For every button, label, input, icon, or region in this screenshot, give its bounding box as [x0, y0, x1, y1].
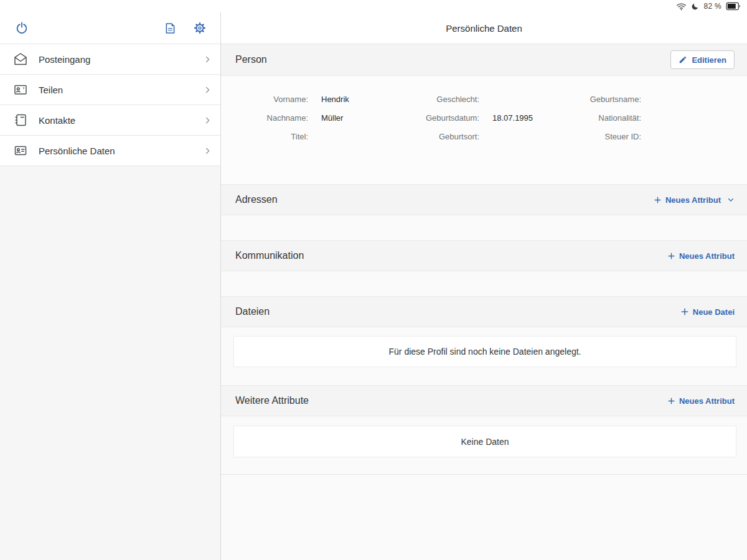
- sidebar-item-label: Posteingang: [39, 54, 193, 65]
- plus-icon: [667, 397, 675, 405]
- section-header-weitere-attribute: Weitere Attribute Neues Attribut: [221, 385, 747, 416]
- personal-data-card-icon: [13, 143, 28, 158]
- sidebar-item-label: Persönliche Daten: [39, 146, 193, 156]
- sidebar-item-label: Teilen: [39, 85, 193, 95]
- dateien-empty-message: Für diese Profil sind noch keine Dateien…: [389, 347, 581, 357]
- field-label: Geschlecht:: [392, 93, 479, 106]
- status-bar: 82 %: [0, 0, 747, 12]
- section-title: Adressen: [235, 194, 278, 205]
- do-not-disturb-icon: [691, 2, 699, 11]
- kommunikation-empty-area: [221, 271, 747, 296]
- weitere-attribute-empty-message: Keine Daten: [461, 437, 509, 447]
- edit-button[interactable]: Editieren: [670, 50, 735, 69]
- field-value: [479, 130, 548, 143]
- action-label: Neue Datei: [693, 307, 735, 317]
- section-title: Kommunikation: [235, 250, 304, 261]
- new-file-button[interactable]: Neue Datei: [680, 307, 735, 317]
- new-attribute-button-weitere[interactable]: Neues Attribut: [667, 396, 735, 406]
- field-label: Geburtsname:: [548, 93, 641, 106]
- sidebar-item-label: Kontakte: [39, 115, 193, 126]
- field-value: [641, 93, 747, 106]
- sidebar-item-teilen[interactable]: Teilen: [0, 75, 220, 105]
- section-header-person: Person Editieren: [221, 44, 747, 76]
- section-title: Dateien: [235, 306, 270, 317]
- field-value: [308, 130, 392, 143]
- pencil-icon: [679, 55, 687, 64]
- field-label: Steuer ID:: [548, 130, 641, 143]
- wifi-icon: [676, 2, 687, 11]
- settings-button[interactable]: [190, 19, 209, 37]
- field-value: Müller: [308, 111, 392, 124]
- power-button[interactable]: [12, 19, 31, 37]
- battery-level: 82 %: [703, 2, 721, 11]
- person-fields: Vorname: Hendrik Geschlecht: Geburtsname…: [221, 76, 747, 184]
- chevron-right-icon: [204, 86, 212, 94]
- adressen-empty-area: [221, 215, 747, 240]
- action-label: Neues Attribut: [679, 251, 735, 261]
- share-card-icon: [13, 82, 28, 97]
- section-header-kommunikation: Kommunikation Neues Attribut: [221, 240, 747, 271]
- section-title: Person: [235, 54, 267, 65]
- sidebar-header: [0, 12, 220, 44]
- field-label: Nachname:: [221, 111, 308, 124]
- edit-button-label: Editieren: [692, 55, 726, 65]
- chevron-right-icon: [204, 147, 212, 155]
- sidebar-item-posteingang[interactable]: Posteingang: [0, 44, 220, 75]
- new-attribute-button-adressen[interactable]: Neues Attribut: [654, 195, 735, 205]
- sidebar-empty-area: [0, 166, 220, 560]
- main-content: Persönliche Daten Person Editieren Vorna…: [221, 12, 747, 560]
- main-empty-area: [221, 475, 747, 560]
- field-value: [641, 130, 747, 143]
- dateien-empty-card: Für diese Profil sind noch keine Dateien…: [233, 336, 736, 367]
- page-title: Persönliche Daten: [446, 23, 522, 34]
- inbox-envelope-icon: [13, 52, 28, 67]
- field-value: 18.07.1995: [479, 111, 548, 124]
- weitere-attribute-empty-card: Keine Daten: [233, 426, 736, 457]
- field-value: Hendrik: [308, 93, 392, 106]
- chevron-down-icon: [727, 196, 735, 203]
- section-header-adressen: Adressen Neues Attribut: [221, 184, 747, 215]
- battery-icon: [726, 2, 741, 11]
- page-header: Persönliche Daten: [221, 12, 747, 44]
- field-label: Geburtsort:: [392, 130, 479, 143]
- field-label: Nationalität:: [548, 111, 641, 124]
- document-button[interactable]: [161, 19, 179, 37]
- new-attribute-button-kommunikation[interactable]: Neues Attribut: [667, 251, 735, 261]
- contacts-book-icon: [13, 113, 28, 128]
- plus-icon: [680, 307, 689, 316]
- plus-icon: [667, 252, 675, 260]
- sidebar-item-persoenliche-daten[interactable]: Persönliche Daten: [0, 136, 220, 166]
- power-icon: [15, 21, 29, 35]
- chevron-right-icon: [204, 116, 212, 124]
- section-title: Weitere Attribute: [235, 395, 309, 406]
- field-label: Geburtsdatum:: [392, 111, 479, 124]
- gear-icon: [193, 21, 207, 35]
- sidebar-item-kontakte[interactable]: Kontakte: [0, 105, 220, 136]
- action-label: Neues Attribut: [679, 396, 735, 406]
- field-label: Titel:: [221, 130, 308, 143]
- action-label: Neues Attribut: [665, 195, 721, 205]
- document-icon: [164, 22, 177, 35]
- app-screen: 82 %: [0, 0, 747, 560]
- field-label: Vorname:: [221, 93, 308, 106]
- sidebar: Posteingang Teilen Kont: [0, 12, 221, 560]
- field-value: [641, 111, 747, 124]
- section-header-dateien: Dateien Neue Datei: [221, 296, 747, 327]
- field-value: [479, 93, 548, 106]
- chevron-right-icon: [204, 55, 212, 63]
- plus-icon: [654, 196, 662, 204]
